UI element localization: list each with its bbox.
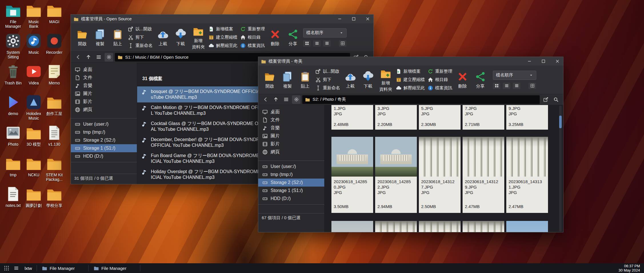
view-table-button[interactable] xyxy=(339,40,346,47)
titlebar[interactable]: 檔案管理員 - 奇美 xyxy=(258,57,563,66)
cut-button[interactable]: 剪下 xyxy=(315,76,340,83)
taskbar-task-0[interactable]: File Manager xyxy=(37,263,88,273)
menu-button[interactable] xyxy=(94,53,103,62)
sidebar-item-storage2[interactable]: Storage 2 (S2:/) xyxy=(258,179,324,187)
desktop-icon-5[interactable]: Recorder xyxy=(44,33,65,64)
share-button[interactable]: 分享 xyxy=(473,71,488,88)
photo-tile[interactable]: 20230618_143131.JPGJPG2.47MB xyxy=(506,137,548,213)
share-button[interactable]: 分享 xyxy=(285,29,300,46)
sidebar-item-user[interactable]: User (user:/) xyxy=(258,163,324,171)
open-button[interactable]: 開啟 xyxy=(75,29,90,46)
file-info-button[interactable]: 檔案資訊 xyxy=(428,85,452,92)
sidebar-item-videos[interactable]: 影片 xyxy=(71,98,137,106)
desktop-icon-13[interactable]: 3D 模型 xyxy=(23,125,44,155)
desktop-icon-18[interactable]: notes.txt xyxy=(3,186,23,217)
new-folder-button[interactable]: 新增資料夾 xyxy=(191,26,206,49)
desktop-icon-8[interactable]: Memo xyxy=(44,64,65,94)
window-list-button[interactable] xyxy=(11,263,21,273)
upload-button[interactable]: 上載 xyxy=(343,71,358,88)
settings-button[interactable] xyxy=(292,95,301,104)
sidebar-item-storage1[interactable]: Storage 1 (S1:/) xyxy=(258,187,324,195)
download-button[interactable]: 下載 xyxy=(173,29,188,46)
sort-order-dropdown[interactable]: 檔名順序 xyxy=(493,71,536,80)
photo-tile-partial[interactable] xyxy=(506,221,548,232)
desktop-icon-2[interactable]: MAGI xyxy=(44,2,65,33)
desktop-icon-16[interactable]: NCKU xyxy=(23,155,44,186)
desktop-icon-14[interactable]: v1.130 xyxy=(44,125,65,155)
desktop-icon-15[interactable]: tmp xyxy=(3,155,23,186)
photo-tile[interactable]: 20230618_142852.JPGJPG2.94MB xyxy=(375,137,417,213)
input-method-indicator[interactable]: lxtw xyxy=(21,266,37,271)
desktop-icon-9[interactable]: demo xyxy=(3,94,23,125)
photo-tile-partial[interactable]: 5.JPGJPG2.30MB xyxy=(419,105,461,130)
photo-tile-partial[interactable] xyxy=(463,221,504,232)
paste-button[interactable]: 貼上 xyxy=(298,71,313,88)
sidebar-item-web[interactable]: 網頁 xyxy=(258,148,324,156)
new-file-button[interactable]: 新增檔案 xyxy=(209,26,237,33)
sidebar-item-desktop[interactable]: 桌面 xyxy=(71,66,137,74)
path-field[interactable]: S2: / Photo / 奇美 xyxy=(302,95,540,104)
view-grid-button[interactable] xyxy=(493,83,500,89)
photo-tile-partial[interactable]: 7.JPGJPG2.71MB xyxy=(463,105,504,130)
sidebar-item-pictures[interactable]: 圖片 xyxy=(258,132,324,140)
root-dir-button[interactable]: 根目錄 xyxy=(240,34,265,41)
desktop-icon-20[interactable]: 學校分享 xyxy=(44,186,65,217)
maximize-button[interactable] xyxy=(538,57,549,66)
photo-tile-partial[interactable] xyxy=(375,221,417,232)
view-list-button[interactable] xyxy=(313,40,321,47)
copy-button[interactable]: 複製 xyxy=(280,71,295,88)
photo-tile-partial[interactable] xyxy=(419,221,461,232)
up-button[interactable] xyxy=(84,53,93,62)
view-table-button[interactable] xyxy=(529,83,536,89)
file-info-button[interactable]: 檔案資訊 xyxy=(240,42,265,49)
photo-tile[interactable]: 20230618_143129.JPGJPG2.47MB xyxy=(463,137,504,213)
minimize-button[interactable] xyxy=(524,57,535,66)
sidebar-item-documents[interactable]: 文件 xyxy=(71,74,137,82)
photo-tile[interactable]: 20230618_143127.JPGJPG2.50MB xyxy=(419,137,461,213)
paste-button[interactable]: 貼上 xyxy=(110,29,125,46)
maximize-button[interactable] xyxy=(348,15,359,23)
sidebar-item-music[interactable]: 音樂 xyxy=(258,124,324,132)
sidebar-item-tmp[interactable]: tmp (tmp:/) xyxy=(258,171,324,179)
desktop-icon-3[interactable]: System Sitting xyxy=(3,33,23,64)
view-grid-button[interactable] xyxy=(303,40,311,47)
back-button[interactable] xyxy=(261,95,270,104)
desktop-icon-4[interactable]: Music xyxy=(23,33,44,64)
create-archive-button[interactable]: 建立壓縮檔 xyxy=(209,34,237,41)
extract-here-button[interactable]: 解壓縮至此 xyxy=(396,85,425,92)
desktop-icon-12[interactable]: Photo xyxy=(3,125,23,155)
titlebar[interactable]: 檔案管理員 - Open Source xyxy=(71,15,373,23)
sidebar-item-storage1[interactable]: Storage 1 (S1:/) xyxy=(71,144,137,152)
desktop-icon-11[interactable]: 創作工屋 xyxy=(44,94,65,125)
close-button[interactable] xyxy=(362,15,373,23)
photo-tile-partial[interactable] xyxy=(331,221,373,232)
refresh-button[interactable]: 重新整理 xyxy=(428,68,452,75)
sidebar-item-tmp[interactable]: tmp (tmp:/) xyxy=(71,128,137,136)
rename-button[interactable]: 重新命名 xyxy=(128,42,153,49)
refresh-button[interactable]: 重新整理 xyxy=(240,26,265,33)
photo-tile[interactable]: 20230618_142850.JPGJPG3.50MB xyxy=(331,137,373,213)
sidebar-item-hdd[interactable]: HDD (D:/) xyxy=(258,195,324,203)
cut-button[interactable]: 剪下 xyxy=(128,34,153,41)
create-archive-button[interactable]: 建立壓縮檔 xyxy=(396,76,425,83)
upload-button[interactable]: 上載 xyxy=(155,29,170,46)
scrollbar-thumb[interactable] xyxy=(559,116,562,128)
root-dir-button[interactable]: 根目錄 xyxy=(428,76,452,83)
desktop-icon-6[interactable]: Trash Bin xyxy=(3,64,23,94)
photo-tile-partial[interactable]: 3.JPGJPG2.20MB xyxy=(375,105,417,130)
scrollbar-track[interactable] xyxy=(559,106,562,232)
sidebar-item-pictures[interactable]: 圖片 xyxy=(71,90,137,98)
desktop-icon-0[interactable]: File Manager xyxy=(3,2,23,33)
rename-button[interactable]: 重新命名 xyxy=(315,85,340,92)
close-button[interactable] xyxy=(552,57,563,66)
back-button[interactable] xyxy=(74,53,82,62)
delete-button[interactable]: 刪除 xyxy=(268,29,283,46)
taskbar-task-1[interactable]: File Manager xyxy=(89,263,140,273)
minimize-button[interactable] xyxy=(334,15,345,23)
edit-path-button[interactable] xyxy=(541,95,550,104)
sidebar-item-storage2[interactable]: Storage 2 (S2:/) xyxy=(71,136,137,144)
view-compact-button[interactable] xyxy=(513,83,520,89)
new-folder-button[interactable]: 新增資料夾 xyxy=(378,68,393,92)
open-with-button[interactable]: 以...開啟 xyxy=(315,68,340,75)
sidebar-item-hdd[interactable]: HDD (D:/) xyxy=(71,152,137,160)
